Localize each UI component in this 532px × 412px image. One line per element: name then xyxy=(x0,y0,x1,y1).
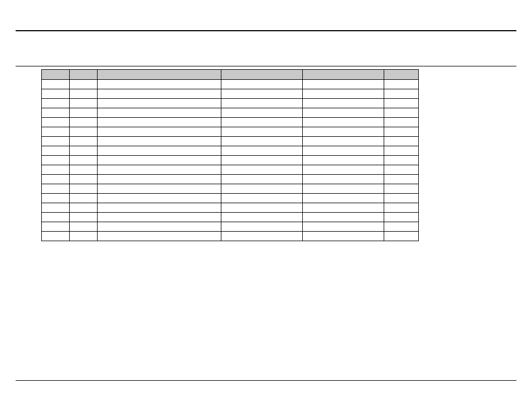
table-header-cell xyxy=(384,70,419,80)
table-cell xyxy=(221,194,303,203)
table-cell xyxy=(42,146,70,156)
table-cell xyxy=(98,222,221,232)
table-cell xyxy=(98,89,221,99)
data-table-wrap xyxy=(41,69,418,241)
table-row xyxy=(42,118,419,127)
table-cell xyxy=(42,194,70,203)
table-cell xyxy=(70,156,98,165)
table-cell xyxy=(303,118,384,127)
table-cell xyxy=(221,232,303,241)
table-header-cell xyxy=(70,70,98,80)
table-cell xyxy=(384,203,419,213)
table-cell xyxy=(98,175,221,184)
table-cell xyxy=(98,108,221,118)
table-cell xyxy=(384,137,419,146)
table-cell xyxy=(221,99,303,108)
table-cell xyxy=(221,184,303,194)
table-cell xyxy=(303,175,384,184)
table-row xyxy=(42,194,419,203)
header-rule xyxy=(16,30,516,31)
table-cell xyxy=(221,156,303,165)
table-cell xyxy=(98,184,221,194)
table-cell xyxy=(384,127,419,137)
table-cell xyxy=(42,156,70,165)
table-cell xyxy=(70,232,98,241)
table-cell xyxy=(303,222,384,232)
table-cell xyxy=(303,89,384,99)
table-cell xyxy=(70,165,98,175)
table-cell xyxy=(70,89,98,99)
table-header-cell xyxy=(98,70,221,80)
table-cell xyxy=(303,203,384,213)
table-cell xyxy=(303,108,384,118)
table-cell xyxy=(303,232,384,241)
subheader-rule xyxy=(16,66,516,66)
table-cell xyxy=(42,118,70,127)
table-row xyxy=(42,137,419,146)
table-cell xyxy=(70,203,98,213)
table-row xyxy=(42,184,419,194)
table-cell xyxy=(221,137,303,146)
table-cell xyxy=(384,156,419,165)
table-row xyxy=(42,232,419,241)
table-cell xyxy=(221,89,303,99)
table-cell xyxy=(384,184,419,194)
table-cell xyxy=(221,203,303,213)
table-cell xyxy=(98,137,221,146)
table-cell xyxy=(303,80,384,89)
table-cell xyxy=(221,165,303,175)
table-header-cell xyxy=(303,70,384,80)
table-cell xyxy=(221,175,303,184)
table-body xyxy=(42,80,419,241)
table-cell xyxy=(303,137,384,146)
table-cell xyxy=(221,222,303,232)
data-table xyxy=(41,69,419,241)
table-cell xyxy=(384,213,419,222)
table-cell xyxy=(42,108,70,118)
table-cell xyxy=(42,184,70,194)
table-cell xyxy=(384,89,419,99)
table-cell xyxy=(384,232,419,241)
table-cell xyxy=(384,118,419,127)
table-cell xyxy=(42,165,70,175)
table-row xyxy=(42,203,419,213)
table-row xyxy=(42,175,419,184)
table-cell xyxy=(98,80,221,89)
table-cell xyxy=(221,127,303,137)
table-cell xyxy=(98,99,221,108)
table-cell xyxy=(98,118,221,127)
table-cell xyxy=(221,146,303,156)
table-cell xyxy=(98,232,221,241)
table-header-cell xyxy=(42,70,70,80)
table-cell xyxy=(42,89,70,99)
table-cell xyxy=(70,137,98,146)
table-row xyxy=(42,89,419,99)
table-cell xyxy=(98,127,221,137)
table-cell xyxy=(303,127,384,137)
document-page xyxy=(0,0,532,412)
table-cell xyxy=(70,213,98,222)
table-cell xyxy=(221,108,303,118)
table-row xyxy=(42,156,419,165)
table-cell xyxy=(303,213,384,222)
table-cell xyxy=(98,203,221,213)
table-cell xyxy=(42,213,70,222)
table-cell xyxy=(221,80,303,89)
table-row xyxy=(42,108,419,118)
table-row xyxy=(42,127,419,137)
table-row xyxy=(42,80,419,89)
table-cell xyxy=(42,175,70,184)
table-row xyxy=(42,222,419,232)
table-cell xyxy=(70,222,98,232)
table-cell xyxy=(384,146,419,156)
table-cell xyxy=(98,146,221,156)
table-cell xyxy=(70,80,98,89)
table-cell xyxy=(303,165,384,175)
table-cell xyxy=(42,232,70,241)
table-row xyxy=(42,165,419,175)
table-cell xyxy=(303,146,384,156)
footer-rule xyxy=(16,380,516,381)
table-cell xyxy=(303,194,384,203)
table-cell xyxy=(303,99,384,108)
table-cell xyxy=(384,194,419,203)
